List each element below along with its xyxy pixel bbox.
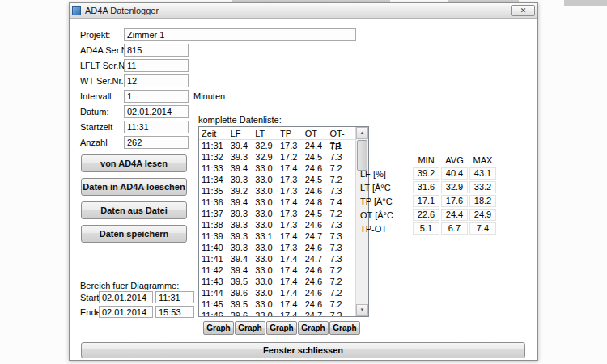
table-cell: 33.0 <box>253 242 278 253</box>
stats-row-label: LT [Â°C <box>360 183 412 193</box>
table-cell: 24.4 <box>303 140 328 151</box>
close-window-button[interactable]: Fenster schliessen <box>81 342 525 358</box>
table-cell: 7.2 <box>327 265 355 276</box>
table-cell: 11:33 <box>199 163 228 174</box>
stats-header-max: MAX <box>469 155 497 165</box>
titlebar[interactable]: AD4A Datenlogger ✕ <box>70 3 537 19</box>
table-row[interactable]: 11:3839.333.017.324.67.3 <box>199 219 355 231</box>
graph-button-3[interactable]: Graph <box>266 321 297 335</box>
table-cell: 24.6 <box>303 265 328 276</box>
table-cell: 7.2 <box>327 298 355 310</box>
stats-value: 40.4 <box>441 167 468 180</box>
table-cell: 33.0 <box>253 208 278 219</box>
table-row[interactable]: 11:3339.433.017.424.67.2 <box>199 163 355 174</box>
table-row[interactable]: 11:3739.333.017.324.57.2 <box>199 208 355 219</box>
table-cell: 39.6 <box>228 287 253 298</box>
table-cell: 17.4 <box>278 197 303 208</box>
stats-value: 24.4 <box>441 209 468 221</box>
table-row[interactable]: 11:3639.433.017.424.87.4 <box>199 197 355 208</box>
stats-row-label: OT [Â°C <box>360 210 412 220</box>
table-cell: 33.0 <box>253 310 278 316</box>
table-cell: 39.6 <box>228 310 253 316</box>
table-cell: 24.5 <box>303 208 328 219</box>
table-cell: 11:34 <box>199 174 228 185</box>
range-end-time-input[interactable] <box>155 306 194 318</box>
column-header-lf: LF <box>228 127 253 139</box>
scroll-down-button[interactable]: ▼ <box>356 304 368 316</box>
ad4a-sernr-input[interactable] <box>124 44 189 57</box>
graph-button-row: GraphGraphGraphGraphGraph <box>203 321 360 335</box>
delete-ad4a-button[interactable]: Daten in AD4A loeschen <box>81 178 187 196</box>
table-cell: 39.2 <box>228 185 253 197</box>
startzeit-input[interactable] <box>124 121 189 133</box>
table-cell: 33.0 <box>253 253 278 265</box>
window-close-button[interactable]: ✕ <box>511 5 535 16</box>
table-cell: 39.3 <box>228 208 253 219</box>
table-cell: 17.4 <box>278 163 303 174</box>
window-title: AD4A Datenlogger <box>85 6 159 15</box>
table-cell: 17.3 <box>278 208 303 219</box>
close-icon: ✕ <box>520 6 527 15</box>
table-cell: 17.4 <box>278 253 303 265</box>
stats-value: 17.6 <box>441 195 468 207</box>
projekt-input[interactable] <box>124 28 356 41</box>
range-start-label: Start <box>80 291 99 304</box>
startzeit-label: Startzeit <box>80 121 112 133</box>
table-cell: 11:39 <box>199 231 228 242</box>
graph-button-5[interactable]: Graph <box>329 321 360 335</box>
stats-value: 24.9 <box>469 209 496 221</box>
table-cell: 17.4 <box>278 231 303 242</box>
table-row[interactable]: 11:3539.233.017.324.67.3 <box>199 185 355 197</box>
graph-button-1[interactable]: Graph <box>203 321 234 335</box>
table-row[interactable]: 11:4339.533.017.424.67.2 <box>199 276 355 287</box>
read-ad4a-button[interactable]: von AD4A lesen <box>81 154 187 172</box>
wt-sernr-input[interactable] <box>124 74 189 87</box>
table-cell: 17.3 <box>278 242 303 253</box>
table-cell: 39.4 <box>228 163 253 174</box>
wt-sernr-label: WT Ser.Nr.: <box>80 74 126 87</box>
table-row[interactable]: 11:3239.332.917.224.57.3 <box>199 151 355 163</box>
table-body[interactable]: 11:3139.432.917.324.47.111:3239.332.917.… <box>199 140 355 316</box>
table-cell: 33.0 <box>253 265 278 276</box>
column-header-ot: OT <box>303 127 328 139</box>
scroll-up-button[interactable]: ▲ <box>356 127 368 139</box>
save-data-button[interactable]: Daten speichern <box>81 225 187 243</box>
table-cell: 17.4 <box>278 265 303 276</box>
table-cell: 11:46 <box>199 310 228 316</box>
table-cell: 24.6 <box>303 242 328 253</box>
table-row[interactable]: 11:4639.633.017.424.77.3 <box>199 310 355 316</box>
graph-button-4[interactable]: Graph <box>298 321 329 335</box>
range-end-date-input[interactable] <box>99 306 153 318</box>
lflt-sernr-input[interactable] <box>124 59 189 72</box>
load-file-button[interactable]: Daten aus Datei <box>81 201 187 219</box>
table-cell: 24.6 <box>303 219 328 231</box>
stats-row-label: TP-OT <box>360 224 412 234</box>
range-start-date-input[interactable] <box>99 291 153 303</box>
table-cell: 39.3 <box>228 174 253 185</box>
table-cell: 7.3 <box>327 242 355 253</box>
datum-input[interactable] <box>124 105 189 118</box>
table-cell: 11:40 <box>199 242 228 253</box>
intervall-input[interactable] <box>124 90 189 103</box>
range-start-time-input[interactable] <box>155 291 194 303</box>
table-cell: 11:44 <box>199 287 228 298</box>
stats-header-avg: AVG <box>440 155 469 165</box>
table-cell: 17.2 <box>278 151 303 163</box>
anzahl-label: Anzahl <box>80 136 108 149</box>
anzahl-input[interactable] <box>124 136 189 149</box>
stats-value: 39.2 <box>413 167 439 180</box>
table-cell: 7.2 <box>327 163 355 174</box>
table-row[interactable]: 11:4539.533.017.424.67.2 <box>199 298 355 310</box>
table-row[interactable]: 11:4239.433.017.424.67.2 <box>199 265 355 276</box>
table-cell: 11:32 <box>199 151 228 163</box>
table-cell: 39.4 <box>228 253 253 265</box>
stats-value: 17.1 <box>413 195 439 207</box>
table-row[interactable]: 11:4039.333.017.324.67.3 <box>199 242 355 253</box>
table-row[interactable]: 11:3139.432.917.324.47.1 <box>199 140 355 151</box>
table-cell: 24.6 <box>303 163 328 174</box>
graph-button-2[interactable]: Graph <box>235 321 265 335</box>
table-row[interactable]: 11:4439.633.017.424.67.2 <box>199 287 355 298</box>
table-row[interactable]: 11:3939.333.117.424.77.3 <box>199 231 355 242</box>
table-row[interactable]: 11:4139.433.017.424.77.3 <box>199 253 355 265</box>
table-row[interactable]: 11:3439.333.017.324.57.2 <box>199 174 355 185</box>
